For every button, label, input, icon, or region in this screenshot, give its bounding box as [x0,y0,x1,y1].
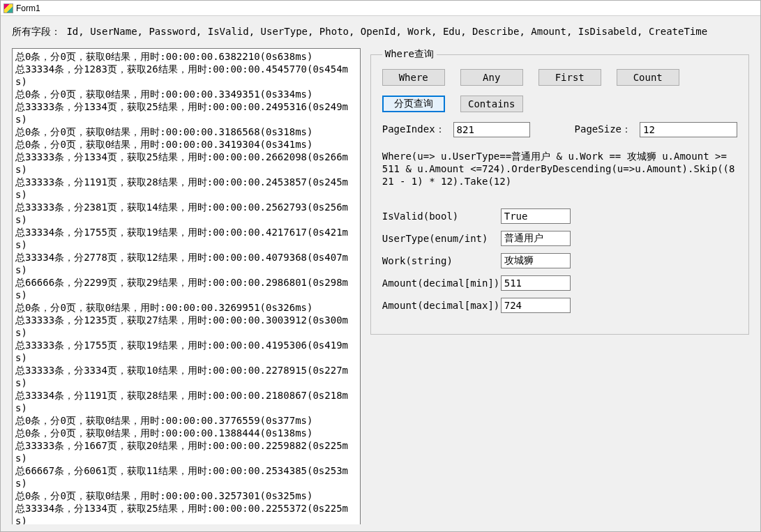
filter-amount-min: Amount(decimal[min]) [382,275,737,291]
amount-max-label: Amount(decimal[max]) [382,300,501,311]
filter-amount-max: Amount(decimal[max]) [382,298,737,313]
filter-usertype: UserType(enum/int) [382,231,737,246]
titlebar[interactable]: Form1 [1,1,760,16]
isvalid-input[interactable] [501,208,571,224]
amount-min-label: Amount(decimal[min]) [382,278,501,289]
filter-work: Work(string) [382,253,737,268]
count-button[interactable]: Count [617,69,679,86]
fields-label: 所有字段： [12,26,61,37]
main-row: 总0条，分0页，获取0结果，用时:00:00:00.6382210(0s638m… [12,48,749,524]
app-window: Form1 所有字段： Id, UserName, Password, IsVa… [0,0,761,532]
groupbox-legend: Where查询 [382,48,437,61]
contains-button[interactable]: Contains [460,96,523,112]
page-size-label: PageSize： [575,123,631,136]
amount-min-input[interactable] [501,275,571,291]
paging-row: PageIndex： PageSize： [382,122,737,137]
fields-list: Id, UserName, Password, IsValid, UserTyp… [66,26,707,37]
usertype-label: UserType(enum/int) [382,233,501,244]
app-icon [3,3,13,13]
window-title: Form1 [16,3,40,13]
work-label: Work(string) [382,255,501,266]
page-index-label: PageIndex： [382,123,445,136]
any-button[interactable]: Any [460,69,523,86]
where-groupbox: Where查询 Where Any First Count 分页查询 Conta… [370,48,749,335]
query-expression: Where(u=> u.UserType==普通用户 & u.Work == 攻… [382,150,737,188]
isvalid-label: IsValid(bool) [382,211,501,222]
page-size-input[interactable] [640,122,737,137]
paged-query-button[interactable]: 分页查询 [382,96,445,112]
work-input[interactable] [501,253,571,268]
where-button[interactable]: Where [382,69,445,86]
button-row-2: 分页查询 Contains [382,96,737,112]
amount-max-input[interactable] [501,298,571,313]
first-button[interactable]: First [538,69,601,86]
page-index-input[interactable] [453,122,530,137]
right-column: Where查询 Where Any First Count 分页查询 Conta… [370,48,749,524]
fields-row: 所有字段： Id, UserName, Password, IsValid, U… [12,23,749,44]
usertype-input[interactable] [501,231,571,246]
filter-isvalid: IsValid(bool) [382,208,737,224]
button-row-1: Where Any First Count [382,69,737,86]
client-area: 所有字段： Id, UserName, Password, IsValid, U… [1,16,760,531]
log-textbox[interactable]: 总0条，分0页，获取0结果，用时:00:00:00.6382210(0s638m… [12,48,361,524]
